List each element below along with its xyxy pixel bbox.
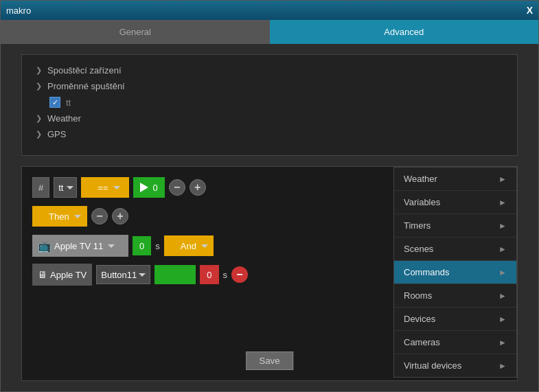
- title-bar: makro X: [1, 1, 538, 20]
- check-mark: ✓: [52, 98, 58, 107]
- dropdown-item-rooms[interactable]: Rooms ►: [394, 284, 516, 308]
- diamond-then-icon: [36, 211, 48, 222]
- chevron-cameras-right: ►: [498, 338, 507, 347]
- and-dropdown[interactable]: And: [164, 235, 214, 256]
- label-weather: Weather: [47, 113, 81, 124]
- dropdown-rooms-label: Rooms: [404, 290, 432, 301]
- button-label: Button11: [101, 270, 137, 280]
- dropdown-item-virtual-devices[interactable]: Virtual devices ►: [394, 354, 516, 377]
- dropdown-commands-label: Commands: [404, 267, 449, 277]
- minus-button-1[interactable]: −: [169, 179, 185, 196]
- close-button[interactable]: X: [527, 5, 533, 16]
- dropdown-virtual-devices-label: Virtual devices: [404, 360, 461, 371]
- s1-label: s: [155, 241, 160, 251]
- diamond-icon: [85, 182, 97, 194]
- hash-symbol: #: [38, 183, 43, 193]
- content-area: ❯ Spouštěcí zařízení ❯ Proměnné spuštění…: [1, 44, 538, 391]
- tt-value: tt: [58, 183, 63, 193]
- chevron-virtual-devices-right: ►: [498, 361, 507, 371]
- minus-button-red[interactable]: −: [231, 266, 248, 283]
- window-title: makro: [6, 5, 31, 16]
- device1-label: Apple TV 11: [54, 241, 103, 251]
- play-box[interactable]: 0: [133, 177, 164, 198]
- caret-device1: [108, 244, 115, 248]
- minus-button-2[interactable]: −: [91, 208, 108, 224]
- diamond-and-icon: [168, 240, 179, 252]
- dropdown-variables-label: Variables: [404, 197, 440, 207]
- chevron-devices-right: ►: [498, 314, 507, 324]
- tt-dropdown[interactable]: tt: [54, 177, 77, 198]
- dropdown-weather-label: Weather: [404, 174, 437, 184]
- play-number: 0: [152, 183, 157, 193]
- bottom-section: # tt == 0 − +: [21, 166, 518, 381]
- num1-box: 0: [133, 236, 151, 255]
- chevron-variables-right: ►: [498, 198, 507, 207]
- hash-box: #: [32, 177, 49, 198]
- dropdown-timers-label: Timers: [404, 220, 431, 231]
- chevron-rooms-right: ►: [498, 291, 507, 301]
- tab-advanced[interactable]: Advanced: [270, 20, 539, 44]
- dropdown-scenes-label: Scenes: [404, 244, 433, 254]
- caret-tt: [67, 186, 73, 189]
- main-window: makro X General Advanced ❯ Spouštěcí zař…: [0, 0, 539, 392]
- chevron-weather-right: ►: [498, 174, 507, 184]
- dropdown-item-variables[interactable]: Variables ►: [394, 191, 516, 214]
- caret-eq: [113, 186, 120, 189]
- dropdown-item-weather[interactable]: Weather ►: [394, 168, 516, 191]
- then-label: Then: [49, 211, 69, 222]
- dropdown-item-commands[interactable]: Commands ►: [394, 261, 516, 284]
- save-button[interactable]: Save: [246, 351, 293, 370]
- caret-then: [74, 215, 81, 218]
- green-bar: [154, 265, 196, 284]
- dropdown-item-cameras[interactable]: Cameras ►: [394, 331, 516, 354]
- chevron-promenne: ❯: [36, 82, 42, 91]
- device1-button[interactable]: 📺 Apple TV 11: [32, 235, 128, 257]
- eq-value: ==: [98, 183, 108, 193]
- row-spousteci: ❯ Spouštěcí zařízení: [36, 65, 503, 76]
- chevron-timers-right: ►: [498, 221, 507, 231]
- button-select[interactable]: Button11: [96, 265, 150, 284]
- dropdown-item-timers[interactable]: Timers ►: [394, 214, 516, 238]
- dropdown-menu: Weather ► Variables ► Timers ► Scenes ► …: [393, 167, 517, 378]
- num2-value: 0: [207, 270, 211, 280]
- eq-dropdown[interactable]: ==: [81, 177, 129, 198]
- plus-button-2[interactable]: +: [112, 208, 128, 224]
- plus-button-1[interactable]: +: [190, 179, 206, 196]
- top-section-inner: ❯ Spouštěcí zařízení ❯ Proměnné spuštění…: [21, 54, 518, 156]
- tt-checkbox[interactable]: ✓: [49, 97, 60, 108]
- tab-general[interactable]: General: [1, 20, 270, 44]
- and-label: And: [181, 241, 196, 251]
- red-num-box: 0: [200, 265, 218, 284]
- chevron-scenes-right: ►: [498, 244, 507, 254]
- device2-label: Apple TV: [50, 270, 87, 280]
- label-spousteci: Spouštěcí zařízení: [47, 65, 122, 76]
- num1-value: 0: [139, 241, 144, 251]
- label-promenne: Proměnné spuštění: [47, 81, 125, 91]
- label-gps: GPS: [47, 129, 66, 139]
- row-promenne: ❯ Proměnné spuštění: [36, 81, 503, 91]
- tt-label: tt: [66, 97, 71, 108]
- chevron-weather: ❯: [36, 114, 42, 123]
- then-dropdown[interactable]: Then: [32, 206, 87, 227]
- top-section: ❯ Spouštěcí zařízení ❯ Proměnné spuštění…: [1, 44, 538, 166]
- dropdown-item-devices[interactable]: Devices ►: [394, 308, 516, 331]
- chevron-gps: ❯: [36, 130, 42, 139]
- dropdown-devices-label: Devices: [404, 314, 435, 324]
- chevron-spousteci: ❯: [36, 66, 42, 75]
- device2-button[interactable]: 🖥 Apple TV: [32, 264, 92, 286]
- device2-icon: 🖥: [38, 269, 47, 280]
- caret-button: [139, 273, 146, 277]
- device1-icon: 📺: [38, 240, 51, 253]
- caret-and: [201, 244, 208, 248]
- dropdown-item-scenes[interactable]: Scenes ►: [394, 238, 516, 261]
- row-gps: ❯ GPS: [36, 129, 503, 139]
- chevron-commands-right: ►: [498, 268, 507, 277]
- play-icon: [140, 183, 148, 192]
- s2-label: s: [223, 270, 228, 280]
- dropdown-cameras-label: Cameras: [404, 337, 440, 347]
- checkbox-row: ✓ tt: [36, 97, 503, 108]
- row-weather: ❯ Weather: [36, 113, 503, 124]
- tab-bar: General Advanced: [1, 20, 538, 44]
